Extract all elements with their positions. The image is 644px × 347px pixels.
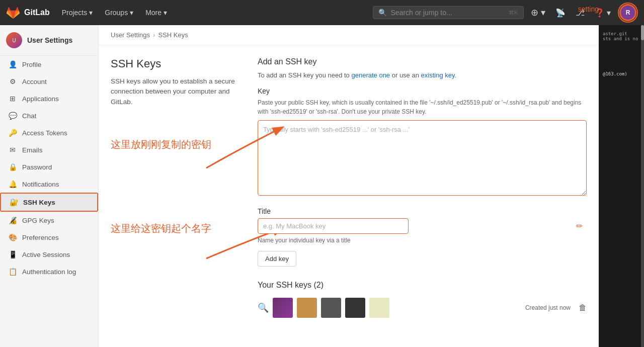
- annotation-key-text: 这里放刚刚复制的密钥: [111, 137, 242, 151]
- ssh-keys-row: 🔍 Created just now 🗑: [258, 298, 587, 318]
- chevron-icon: ▾: [89, 9, 93, 17]
- sidebar-item-access-tokens[interactable]: 🔑 Access Tokens: [0, 124, 98, 141]
- projects-nav[interactable]: Projects ▾: [58, 6, 97, 20]
- avatar-wrapper[interactable]: R: [618, 3, 638, 23]
- sidebar-user-icon: U: [6, 32, 22, 48]
- terminal-text: aster.gitsts and is no: [603, 31, 640, 41]
- edit-icon: ✏: [576, 221, 583, 231]
- navbar: GitLab Projects ▾ Groups ▾ More ▾ 🔍 ⌘K ⊕…: [0, 0, 644, 25]
- sidebar-item-applications[interactable]: ⊞ Applications: [0, 90, 98, 107]
- sidebar-item-preferences[interactable]: 🎨 Preferences: [0, 229, 98, 246]
- title-input-wrapper: ✏: [258, 218, 587, 234]
- key-thumb-3: [321, 298, 341, 318]
- key-created-label: Created just now: [525, 304, 571, 311]
- sidebar-item-emails[interactable]: ✉ Emails: [0, 141, 98, 158]
- groups-nav[interactable]: Groups ▾: [101, 6, 137, 20]
- sidebar-item-account[interactable]: ⚙ Account: [0, 73, 98, 90]
- access-tokens-icon: 🔑: [8, 129, 17, 137]
- existing-key-link[interactable]: existing key: [421, 71, 455, 79]
- scrollbar-track: [641, 25, 644, 347]
- key-label: Key: [258, 87, 587, 95]
- add-ssh-key-title: Add an SSH key: [258, 57, 587, 66]
- title-input[interactable]: [258, 218, 409, 234]
- key-thumb-5: [369, 298, 389, 318]
- authentication-log-icon: 📋: [8, 268, 17, 276]
- breadcrumb-current: SSH Keys: [158, 31, 188, 39]
- page-description: SSH keys allow you to establish a secure…: [111, 76, 242, 107]
- applications-icon: ⊞: [8, 95, 17, 103]
- scrollbar-thumb[interactable]: [641, 25, 644, 40]
- search-bar[interactable]: 🔍 ⌘K: [373, 6, 524, 19]
- account-icon: ⚙: [8, 77, 17, 85]
- search-shortcut: ⌘K: [509, 10, 518, 16]
- page-title: SSH Keys: [111, 57, 242, 70]
- main-content: User Settings › SSH Keys SSH Keys SSH ke…: [99, 25, 599, 347]
- preferences-icon: 🎨: [8, 233, 17, 241]
- annotation-title-text: 这里给这密钥起个名字: [111, 222, 242, 235]
- breadcrumb-separator: ›: [153, 31, 155, 39]
- key-delete-button[interactable]: 🗑: [579, 303, 587, 312]
- search-input[interactable]: [391, 9, 505, 17]
- gitlab-icon: [6, 6, 20, 20]
- sidebar-title: User Settings: [27, 36, 72, 44]
- user-avatar-btn[interactable]: R: [619, 4, 636, 21]
- sidebar-item-chat[interactable]: 💬 Chat: [0, 107, 98, 124]
- page-body: SSH Keys SSH keys allow you to establish…: [99, 45, 599, 330]
- chat-icon: 💬: [8, 112, 17, 120]
- emails-icon: ✉: [8, 146, 17, 154]
- terminal-text2: @163.com): [603, 71, 640, 76]
- ssh-keys-icon: 🔐: [9, 198, 18, 206]
- breadcrumb: User Settings › SSH Keys: [99, 25, 599, 45]
- chevron-icon: ▾: [164, 9, 167, 17]
- key-sublabel: Paste your public SSH key, which is usua…: [258, 98, 587, 116]
- new-item-button[interactable]: ⊕ ▾: [528, 4, 548, 21]
- chevron-icon: ▾: [130, 9, 133, 17]
- brand-logo[interactable]: GitLab: [6, 6, 50, 20]
- right-panel: aster.gitsts and is no @163.com): [599, 25, 644, 347]
- sidebar-nav: 👤 Profile ⚙ Account ⊞ Applications 💬: [0, 56, 98, 280]
- broadcast-icon-btn[interactable]: 📡: [552, 5, 569, 21]
- active-sessions-icon: 📱: [8, 250, 17, 258]
- key-textarea[interactable]: [258, 120, 587, 196]
- search-icon: 🔍: [378, 9, 387, 17]
- sidebar-header: U User Settings: [0, 25, 98, 56]
- add-key-button[interactable]: Add key: [258, 251, 296, 267]
- right-column: Add an SSH key To add an SSH key you nee…: [258, 57, 587, 318]
- more-nav[interactable]: More ▾: [141, 6, 171, 20]
- add-ssh-key-section: Add an SSH key To add an SSH key you nee…: [258, 57, 587, 197]
- sidebar-item-gpg-keys[interactable]: 🔏 GPG Keys: [0, 212, 98, 229]
- search-keys-icon[interactable]: 🔍: [258, 302, 269, 313]
- your-keys-title: Your SSH keys (2): [258, 281, 587, 290]
- layout: U User Settings 👤 Profile ⚙ Account ⊞ Ap…: [0, 25, 644, 347]
- sidebar-item-profile[interactable]: 👤 Profile: [0, 56, 98, 73]
- breadcrumb-parent[interactable]: User Settings: [111, 31, 150, 39]
- sidebar-item-authentication-log[interactable]: 📋 Authentication log: [0, 263, 98, 280]
- notifications-icon: 🔔: [8, 180, 17, 188]
- sidebar-item-ssh-keys[interactable]: 🔐 SSH Keys: [0, 193, 98, 212]
- gpg-keys-icon: 🔏: [8, 216, 17, 224]
- sidebar-item-notifications[interactable]: 🔔 Notifications: [0, 176, 98, 193]
- key-thumb-4: [345, 298, 365, 318]
- terminal-content: aster.gitsts and is no @163.com): [599, 25, 644, 80]
- generate-link[interactable]: generate one: [351, 71, 390, 79]
- key-thumb-1: [273, 298, 293, 318]
- title-hint: Name your individual key via a title: [258, 237, 587, 244]
- add-ssh-key-desc: To add an SSH key you need to generate o…: [258, 70, 587, 81]
- title-label: Title: [258, 207, 587, 215]
- setting-annotation: setting: [578, 5, 599, 13]
- left-column: SSH Keys SSH keys allow you to establish…: [111, 57, 242, 318]
- sidebar-item-password[interactable]: 🔒 Password: [0, 158, 98, 176]
- profile-icon: 👤: [8, 60, 17, 68]
- sidebar-item-active-sessions[interactable]: 📱 Active Sessions: [0, 246, 98, 263]
- sidebar: U User Settings 👤 Profile ⚙ Account ⊞ Ap…: [0, 25, 99, 347]
- password-icon: 🔒: [8, 163, 17, 171]
- key-thumb-2: [297, 298, 317, 318]
